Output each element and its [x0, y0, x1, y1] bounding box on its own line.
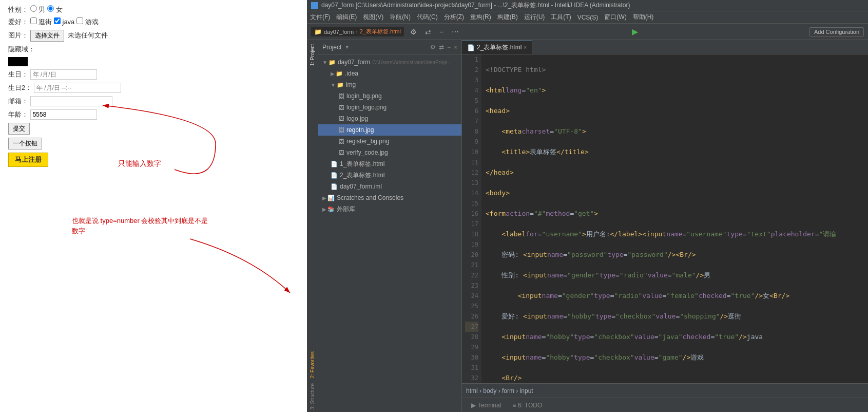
tree-verify-code[interactable]: 🖼 verify_code.jpg: [318, 147, 461, 158]
tab-close-icon[interactable]: ×: [524, 45, 527, 50]
scratches-label: Scratches and Consoles: [337, 194, 403, 201]
sidebar-favorites-label[interactable]: 2: Favorites: [308, 349, 316, 380]
age-input[interactable]: [30, 109, 97, 120]
tree-idea[interactable]: ▶ 📁 .idea: [318, 68, 461, 79]
ext-lib-icon: 📚: [327, 206, 335, 213]
settings-btn[interactable]: ⚙: [408, 27, 419, 37]
code-line-2: <html lang="en">: [486, 85, 864, 96]
gender-female-radio[interactable]: [47, 5, 54, 12]
annotation-number-only: 只能输入数字: [118, 159, 161, 168]
panel-gear-icon[interactable]: ⚙: [430, 44, 436, 51]
code-line-11: 性别: <input name="gender" type="radio" va…: [486, 270, 864, 280]
ide-sidebar-icons: 1: Project 2: Favorites 3: Structure: [307, 40, 318, 412]
toolbar-project-name: day07_form: [324, 29, 354, 35]
idea-arrow: ▶: [331, 71, 335, 77]
verify-code-label: verify_code.jpg: [346, 149, 388, 156]
root-label: day07_form: [338, 59, 370, 66]
menu-build[interactable]: 构建(B): [497, 13, 518, 22]
panel-dropdown-icon[interactable]: ▼: [344, 44, 350, 50]
menu-window[interactable]: 窗口(W): [604, 13, 626, 22]
tab-active-label: 2_表单标签.html: [477, 43, 522, 52]
img-file-icon5: 🖼: [339, 138, 344, 144]
hobby-label: 爱好：: [8, 18, 28, 26]
one-button[interactable]: 一个按钮: [8, 138, 42, 149]
more-btn[interactable]: ⋯: [450, 27, 461, 37]
sidebar-project-label[interactable]: 1: Project: [308, 42, 316, 68]
toolbar-sep1: ›: [356, 29, 358, 35]
menu-tools[interactable]: 工具(T): [551, 13, 571, 22]
code-line-15: <input name="hobby" type="checkbox" valu…: [486, 352, 864, 363]
collapse-btn[interactable]: −: [437, 27, 446, 37]
panel-close-icon[interactable]: ×: [454, 44, 457, 51]
menu-file[interactable]: 文件(F): [310, 13, 330, 22]
ide-tab-bar: 📄 2_表单标签.html ×: [462, 40, 868, 54]
hobby-java-checkbox[interactable]: [54, 17, 61, 24]
code-area[interactable]: 12345 678910 1112131415 1617181920 21222…: [462, 54, 868, 383]
file-none-label: 未选任何文件: [68, 31, 108, 39]
hidden-label: 隐藏域：: [8, 45, 35, 53]
menu-analyze[interactable]: 分析(Z): [444, 13, 464, 22]
bottom-tab-terminal[interactable]: ▶ Terminal: [466, 399, 506, 412]
html-file-icon1: 📄: [331, 161, 338, 167]
terminal-label: Terminal: [478, 402, 501, 409]
img-file-icon6: 🖼: [339, 149, 344, 156]
hobby-shopping-label: 逛街: [38, 18, 52, 26]
tab-html-icon: 📄: [467, 44, 475, 51]
code-line-8: <form action="#" method="get">: [486, 209, 864, 219]
tree-scratches[interactable]: ▶ 📊 Scratches and Consoles: [318, 192, 461, 203]
html1-label: 1_表单标签.html: [340, 160, 384, 168]
hobby-shopping-checkbox[interactable]: [30, 17, 37, 24]
tab-active[interactable]: 📄 2_表单标签.html ×: [462, 41, 532, 54]
button-row: 一个按钮: [8, 138, 299, 149]
code-line-7: <body>: [486, 188, 864, 198]
iml-label: day07_form.iml: [340, 183, 382, 190]
toolbar-breadcrumb: 📁 day07_form › 2_表单标签.html: [311, 27, 404, 36]
code-line-5: <title>表单标签</title>: [486, 147, 864, 157]
menu-refactor[interactable]: 重构(R): [470, 13, 491, 22]
birthday-row: 生日：: [8, 69, 299, 80]
tree-root[interactable]: ▼ 📁 day07_form C:\Users\Administrator\Id…: [318, 57, 461, 68]
tree-login-bg[interactable]: 🖼 login_bg.png: [318, 90, 461, 102]
toolbar-active-file: 2_表单标签.html: [360, 28, 401, 35]
tree-external-lib[interactable]: ▶ 📚 外部库: [318, 203, 461, 215]
terminal-icon: ▶: [471, 402, 476, 409]
scratches-icon: 📊: [327, 195, 335, 201]
sidebar-structure-label[interactable]: 3: Structure: [308, 381, 316, 412]
register-btn[interactable]: 马上注册: [8, 153, 48, 167]
menu-navigate[interactable]: 导航(N): [390, 13, 411, 22]
menu-code[interactable]: 代码(C): [417, 13, 438, 22]
birthday2-input[interactable]: [34, 83, 121, 93]
gender-row: 性别： 男 女: [8, 5, 299, 14]
panel-minus-icon[interactable]: −: [447, 44, 451, 51]
birthday-input[interactable]: [30, 69, 97, 80]
menu-view[interactable]: 视图(V): [363, 13, 383, 22]
gender-female-label: 女: [56, 6, 63, 13]
menu-help[interactable]: 帮助(H): [633, 13, 654, 22]
ide-main: 1: Project 2: Favorites 3: Structure Pro…: [307, 40, 868, 412]
gender-male-label: 男: [38, 6, 45, 13]
panel-split-icon[interactable]: ⇄: [439, 44, 444, 51]
menu-run[interactable]: 运行(U): [524, 13, 545, 22]
bottom-tab-todo[interactable]: ≡ 6: TODO: [507, 399, 547, 412]
birthday2-label: 生日2：: [8, 84, 32, 91]
tree-iml[interactable]: 📄 day07_form.iml: [318, 181, 461, 192]
color-box[interactable]: [8, 57, 28, 66]
tree-html1[interactable]: 📄 1_表单标签.html: [318, 158, 461, 170]
file-choose-btn[interactable]: 选择文件: [30, 30, 64, 42]
ide-toolbar: 📁 day07_form › 2_表单标签.html ⚙ ⇄ − ⋯ ▶ Add…: [307, 24, 868, 40]
tree-html2[interactable]: 📄 2_表单标签.html: [318, 170, 461, 181]
menu-edit[interactable]: 编辑(E): [336, 13, 357, 22]
hobby-game-checkbox[interactable]: [76, 17, 83, 24]
email-input[interactable]: [30, 96, 112, 106]
gender-male-radio[interactable]: [30, 5, 37, 12]
submit-btn[interactable]: 提交: [8, 123, 30, 135]
add-config-btn[interactable]: Add Configuration: [809, 27, 864, 36]
sync-btn[interactable]: ⇄: [423, 27, 433, 37]
project-folder-icon: 📁: [314, 28, 322, 35]
tree-img[interactable]: ▼ 📁 img: [318, 79, 461, 90]
tree-logo[interactable]: 🖼 logo.jpg: [318, 113, 461, 124]
tree-regbtn[interactable]: 🖼 regbtn.jpg: [318, 124, 461, 136]
tree-login-logo[interactable]: 🖼 login_logo.png: [318, 102, 461, 113]
menu-vcs[interactable]: VCS(S): [577, 14, 599, 21]
tree-register-bg[interactable]: 🖼 register_bg.png: [318, 136, 461, 147]
